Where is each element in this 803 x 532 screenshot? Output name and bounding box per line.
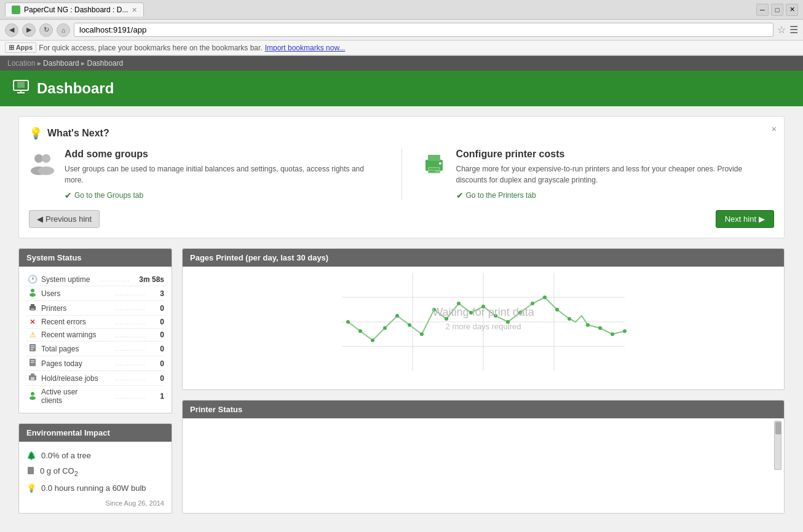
printer-status-panel: Printer Status [182, 400, 785, 514]
status-value-pages-today: 0 [160, 359, 164, 368]
prev-arrow-icon: ◀ [37, 214, 43, 224]
previous-hint-button[interactable]: ◀ Previous hint [29, 210, 100, 228]
hint-groups-content: Add some groups User groups can be used … [65, 149, 383, 200]
svg-rect-1 [17, 82, 25, 88]
scroll-thumb[interactable] [775, 422, 781, 434]
svg-point-61 [623, 329, 627, 333]
status-row-printers: Printers ............. 0 [26, 301, 164, 316]
svg-rect-18 [31, 304, 34, 307]
clock-icon: 🕐 [26, 275, 39, 284]
address-bar[interactable] [74, 23, 773, 37]
user-icon [26, 288, 39, 299]
env-item-co2: 0 g of CO2 [26, 463, 164, 480]
system-status-header: System Status [19, 249, 172, 267]
dots-active-clients: ............. [101, 393, 160, 400]
next-hint-button[interactable]: Next hint ▶ [716, 210, 774, 228]
groups-icon [29, 150, 56, 181]
right-column: Pages Printed (per day, last 30 days) [182, 248, 785, 514]
browser-tab[interactable]: PaperCut NG : Dashboard : D... ✕ [5, 2, 144, 17]
env-item-hours: 💡 0.0 hours running a 60W bulb [26, 480, 164, 496]
status-table: 🕐 System uptime ............. 3m 58s Use… [26, 273, 164, 407]
go-to-printers-link[interactable]: ✔ Go to the Printers tab [456, 190, 775, 200]
environmental-panel: Environmental Impact 🌲 0.0% of a tree 0 … [18, 423, 172, 514]
svg-point-57 [568, 317, 571, 321]
forward-button[interactable]: ▶ [22, 23, 36, 37]
back-button[interactable]: ◀ [5, 23, 18, 37]
printer-status-body [183, 418, 784, 467]
hint-navigation: ◀ Previous hint Next hint ▶ [29, 210, 774, 228]
minimize-button[interactable]: ─ [756, 4, 769, 16]
status-label-users: Users [39, 289, 101, 298]
svg-point-59 [598, 326, 602, 330]
status-row-users: Users ............. 3 [26, 286, 164, 301]
pages-chart-header: Pages Printed (per day, last 30 days) [183, 249, 784, 267]
active-clients-icon [26, 391, 39, 402]
printer-icon [421, 150, 448, 181]
status-row-warnings: ⚠ Recent warnings ............. 0 [26, 329, 164, 342]
dots-pages-today: ............. [101, 360, 160, 367]
co2-icon [26, 466, 35, 477]
dots-total-pages: ............. [101, 345, 160, 352]
import-bookmarks-link[interactable]: Import bookmarks now... [265, 44, 346, 52]
breadcrumb-item-1[interactable]: Dashboard [43, 59, 79, 68]
check-icon: ✔ [65, 190, 72, 200]
status-value-active-clients: 1 [160, 392, 164, 401]
status-label-warnings: Recent warnings [39, 331, 101, 339]
tree-icon: 🌲 [26, 451, 36, 460]
svg-point-48 [457, 302, 461, 305]
close-whats-next-button[interactable]: × [772, 124, 777, 134]
bookmark-star-button[interactable]: ☆ [777, 24, 786, 36]
home-button[interactable]: ⌂ [57, 23, 70, 37]
dots-errors: ............. [101, 319, 160, 326]
scrollbar[interactable] [774, 421, 781, 470]
tab-title: PaperCut NG : Dashboard : D... [24, 6, 128, 14]
hint-groups-heading: Add some groups [65, 149, 383, 160]
svg-rect-13 [429, 171, 435, 172]
chart-waiting-subtext: 2 more days required [446, 322, 521, 331]
browser-menu-button[interactable]: ☰ [789, 24, 798, 36]
reload-button[interactable]: ↻ [39, 23, 53, 37]
maximize-button[interactable]: □ [771, 4, 783, 16]
environmental-header: Environmental Impact [19, 424, 172, 442]
status-value-total-pages: 0 [160, 345, 164, 353]
dashboard-icon [12, 78, 30, 99]
bookmarks-hint-text: For quick access, place your bookmarks h… [39, 44, 263, 52]
tab-favicon [12, 6, 20, 14]
tab-close-button[interactable]: ✕ [132, 6, 137, 14]
status-label-total-pages: Total pages [39, 345, 101, 353]
svg-point-15 [31, 289, 34, 292]
go-to-groups-link[interactable]: ✔ Go to the Groups tab [65, 190, 383, 200]
svg-point-41 [371, 338, 374, 342]
breadcrumb-separator: ▸ [38, 59, 43, 68]
svg-rect-28 [31, 374, 34, 377]
status-row-total-pages: Total pages ............. 0 [26, 342, 164, 356]
app-container: Location ▸ Dashboard ▸ Dashboard Dashboa… [0, 56, 803, 532]
svg-point-58 [586, 323, 590, 327]
hint-printers-heading: Configure printer costs [456, 149, 775, 160]
hint-item-printers: Configure printer costs Charge more for … [421, 149, 775, 200]
pages-chart-svg: Waiting for print data 2 more days requi… [189, 273, 778, 371]
chart-waiting-text: Waiting for print data [432, 306, 534, 318]
svg-point-5 [34, 154, 43, 163]
page-title: Dashboard [37, 80, 114, 97]
dots-uptime: ............. [90, 276, 140, 283]
whats-next-header: 💡 What's Next? [29, 127, 774, 140]
title-bar: PaperCut NG : Dashboard : D... ✕ ─ □ ✕ [0, 0, 803, 20]
two-column-layout: System Status 🕐 System uptime ..........… [18, 248, 785, 514]
svg-point-45 [420, 332, 424, 336]
left-column: System Status 🕐 System uptime ..........… [18, 248, 172, 514]
svg-point-31 [30, 396, 36, 400]
apps-button[interactable]: ⊞ Apps [5, 42, 36, 53]
bulb-icon: 💡 [26, 483, 36, 493]
dots-warnings: ............. [101, 332, 160, 338]
hints-container: Add some groups User groups can be used … [29, 149, 774, 200]
svg-point-54 [531, 302, 534, 305]
pages-today-icon [26, 358, 39, 369]
status-label-hold-jobs: Hold/release jobs [39, 374, 101, 383]
status-value-users: 3 [160, 289, 164, 298]
main-content: 💡 What's Next? × [0, 106, 803, 532]
svg-point-8 [38, 166, 54, 175]
env-hours-text: 0.0 hours running a 60W bulb [41, 483, 146, 493]
close-button[interactable]: ✕ [786, 4, 798, 16]
svg-point-16 [30, 293, 36, 297]
